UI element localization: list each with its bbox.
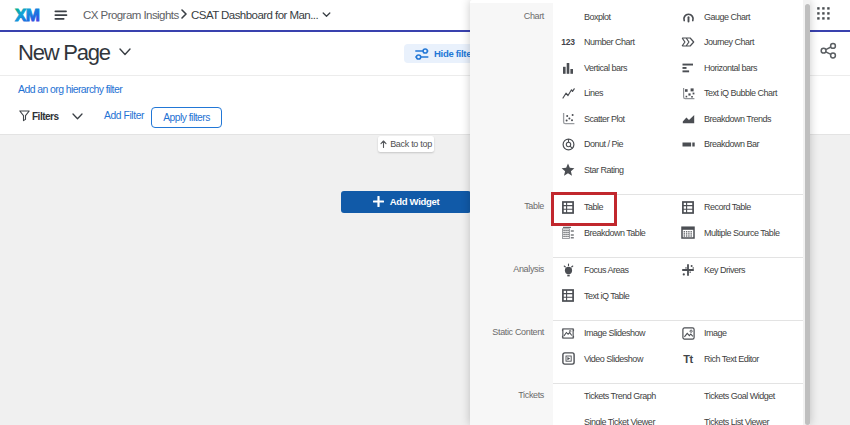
svg-text:XM: XM [15,6,40,25]
